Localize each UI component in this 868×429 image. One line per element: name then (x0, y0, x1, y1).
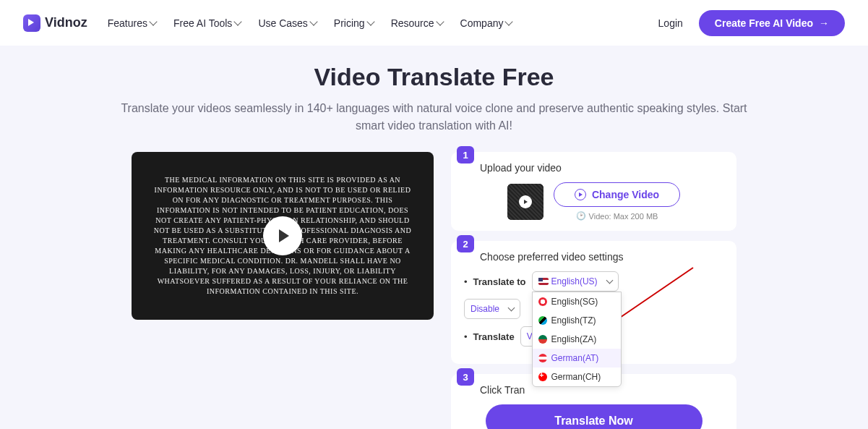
dropdown-option[interactable]: English(ZA) (533, 330, 621, 349)
settings-panel: 1 Upload your video Change Video 🕑 Video (451, 152, 736, 429)
nav-use-cases[interactable]: Use Cases (258, 17, 316, 29)
step-2-number: 2 (457, 235, 474, 252)
chevron-down-icon (505, 17, 513, 25)
thumbnail-play-icon (519, 195, 532, 208)
translate-now-button[interactable]: Translate Now (486, 404, 702, 429)
upload-right: Change Video 🕑 Video: Max 200 MB (554, 182, 680, 221)
upload-hint: 🕑 Video: Max 200 MB (576, 211, 658, 221)
page-subtitle: Translate your videos seamlessly in 140+… (109, 100, 760, 135)
flag-at-icon (538, 354, 547, 362)
translate-to-row: • Translate to English(US) English(SG) E… (464, 271, 723, 292)
logo[interactable]: Vidnoz (23, 14, 87, 32)
disable-select[interactable]: Disable (464, 299, 520, 319)
header-left: Vidnoz Features Free AI Tools Use Cases … (23, 14, 512, 32)
arrow-right-icon: → (819, 17, 829, 29)
play-icon (279, 229, 289, 242)
nav-company[interactable]: Company (460, 17, 512, 29)
step-2-label: Choose preferred video settings (480, 251, 723, 263)
step-3-number: 3 (457, 368, 474, 386)
step-2-card: 2 Choose preferred video settings • Tran… (451, 241, 736, 364)
flag-za-icon (538, 335, 547, 344)
chevron-down-icon (508, 305, 515, 312)
dropdown-option[interactable]: English(SG) (533, 292, 621, 311)
chevron-down-icon (234, 17, 242, 25)
play-circle-icon (575, 189, 586, 200)
nav-features[interactable]: Features (108, 17, 156, 29)
header: Vidnoz Features Free AI Tools Use Cases … (0, 0, 868, 46)
flag-ch-icon (538, 373, 547, 381)
flag-us-icon (538, 278, 549, 285)
video-thumbnail (507, 184, 543, 220)
nav-pricing[interactable]: Pricing (334, 17, 374, 29)
flag-sg-icon (538, 297, 547, 306)
language-dropdown: English(SG) English(TZ) English(ZA) Germ… (532, 292, 622, 387)
dropdown-option[interactable]: German(CH) (533, 368, 621, 386)
create-video-button[interactable]: Create Free AI Video → (699, 10, 845, 36)
nav-free-ai-tools[interactable]: Free AI Tools (173, 17, 241, 29)
chevron-down-icon (606, 277, 613, 284)
main: Video Translate Free Translate your vide… (0, 46, 868, 429)
translate-label: Translate (473, 331, 515, 342)
dropdown-option-german-at[interactable]: German(AT) (533, 349, 621, 368)
step-1-number: 1 (457, 146, 474, 163)
login-link[interactable]: Login (658, 17, 683, 29)
page-title: Video Translate Free (0, 63, 868, 91)
step-1-card: 1 Upload your video Change Video 🕑 Video (451, 152, 736, 231)
nav-resource[interactable]: Resource (391, 17, 443, 29)
clock-icon: 🕑 (576, 211, 586, 221)
nav: Features Free AI Tools Use Cases Pricing… (108, 17, 512, 29)
upload-row: Change Video 🕑 Video: Max 200 MB (464, 182, 723, 221)
chevron-down-icon (436, 17, 444, 25)
flag-tz-icon (538, 316, 547, 325)
header-right: Login Create Free AI Video → (658, 10, 845, 36)
chevron-down-icon (309, 17, 317, 25)
chevron-down-icon (149, 17, 157, 25)
translate-to-label: Translate to (473, 276, 526, 287)
video-preview[interactable]: The medical information on this site is … (132, 152, 434, 320)
step-1-label: Upload your video (480, 162, 723, 174)
logo-text: Vidnoz (45, 15, 87, 30)
change-video-button[interactable]: Change Video (554, 182, 680, 207)
language-select[interactable]: English(US) (532, 271, 619, 292)
chevron-down-icon (366, 17, 374, 25)
logo-icon (23, 14, 40, 32)
play-button[interactable] (263, 216, 302, 255)
content: The medical information on this site is … (0, 152, 868, 429)
dropdown-option[interactable]: English(TZ) (533, 311, 621, 330)
